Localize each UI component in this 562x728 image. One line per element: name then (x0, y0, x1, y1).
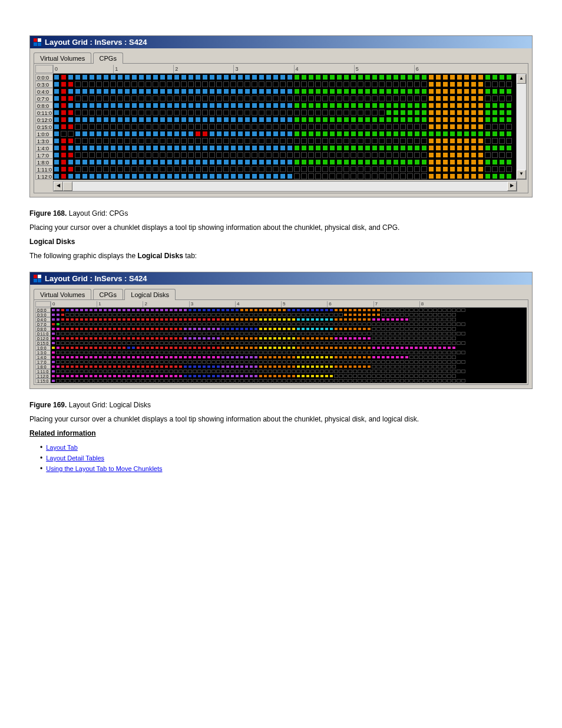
chunklet-cell[interactable] (209, 173, 215, 179)
chunklet-cell[interactable] (308, 152, 314, 158)
chunklet-cell[interactable] (438, 351, 442, 354)
horizontal-scrollbar[interactable]: ◀ ▶ (53, 181, 517, 192)
chunklet-cell[interactable] (485, 103, 491, 108)
chunklet-cell[interactable] (103, 322, 107, 326)
chunklet-cell[interactable] (244, 332, 249, 335)
chunklet-cell[interactable] (428, 103, 434, 108)
chunklet-cell[interactable] (230, 103, 236, 108)
chunklet-cell[interactable] (400, 351, 404, 354)
chunklet-cell[interactable] (113, 318, 117, 321)
chunklet-cell[interactable] (348, 327, 352, 331)
chunklet-cell[interactable] (351, 95, 356, 101)
chunklet-cell[interactable] (343, 110, 349, 116)
chunklet-cell[interactable] (197, 370, 201, 373)
chunklet-cell[interactable] (178, 355, 183, 359)
chunklet-cell[interactable] (334, 360, 338, 364)
chunklet-cell[interactable] (89, 166, 95, 172)
chunklet-cell[interactable] (438, 332, 442, 335)
chunklet-cell[interactable] (167, 131, 173, 137)
chunklet-cell[interactable] (358, 360, 362, 364)
chunklet-cell[interactable] (84, 365, 88, 368)
chunklet-cell[interactable] (259, 131, 265, 137)
chunklet-cell[interactable] (75, 110, 81, 116)
chunklet-cell[interactable] (287, 152, 293, 158)
chunklet-cell[interactable] (339, 355, 343, 359)
chunklet-cell[interactable] (226, 337, 230, 340)
chunklet-cell[interactable] (61, 327, 65, 331)
chunklet-cell[interactable] (320, 337, 324, 340)
chunklet-cell[interactable] (273, 166, 279, 172)
chunklet-cell[interactable] (372, 322, 376, 326)
chunklet-cell[interactable] (263, 360, 267, 364)
chunklet-cell[interactable] (442, 88, 448, 94)
chunklet-cell[interactable] (329, 74, 335, 80)
chunklet-cell[interactable] (449, 74, 455, 80)
chunklet-cell[interactable] (110, 152, 116, 158)
chunklet-cell[interactable] (464, 103, 470, 108)
chunklet-cell[interactable] (391, 318, 395, 321)
chunklet-cell[interactable] (108, 379, 112, 383)
chunklet-cell[interactable] (195, 159, 201, 165)
chunklet-cell[interactable] (94, 327, 98, 331)
chunklet-cell[interactable] (54, 95, 59, 101)
chunklet-cell[interactable] (266, 88, 272, 94)
chunklet-cell[interactable] (365, 138, 371, 144)
chunklet-cell[interactable] (447, 365, 451, 368)
chunklet-cell[interactable] (167, 173, 173, 179)
tab-logical-disks[interactable]: Logical Disks (124, 289, 176, 300)
chunklet-cell[interactable] (188, 152, 194, 158)
chunklet-cell[interactable] (65, 318, 70, 321)
chunklet-cell[interactable] (160, 337, 164, 340)
chunklet-cell[interactable] (464, 152, 470, 158)
chunklet-cell[interactable] (334, 346, 338, 350)
chunklet-cell[interactable] (259, 370, 263, 373)
chunklet-cell[interactable] (254, 327, 258, 331)
chunklet-cell[interactable] (315, 322, 319, 326)
chunklet-cell[interactable] (407, 124, 413, 130)
chunklet-cell[interactable] (56, 318, 60, 321)
chunklet-cell[interactable] (70, 337, 74, 340)
chunklet-cell[interactable] (414, 327, 418, 331)
chunklet-cell[interactable] (393, 95, 399, 101)
chunklet-cell[interactable] (195, 166, 201, 172)
chunklet-cell[interactable] (202, 152, 208, 158)
chunklet-cell[interactable] (343, 374, 348, 378)
chunklet-cell[interactable] (273, 74, 279, 80)
chunklet-cell[interactable] (235, 379, 239, 383)
chunklet-cell[interactable] (68, 88, 74, 94)
chunklet-cell[interactable] (325, 313, 329, 317)
chunklet-cell[interactable] (113, 308, 117, 312)
chunklet-cell[interactable] (56, 313, 60, 317)
chunklet-cell[interactable] (211, 346, 216, 350)
chunklet-cell[interactable] (160, 117, 166, 123)
chunklet-cell[interactable] (127, 346, 131, 350)
chunklet-cell[interactable] (287, 313, 291, 317)
chunklet-cell[interactable] (334, 370, 338, 373)
chunklet-cell[interactable] (310, 379, 315, 383)
chunklet-cell[interactable] (287, 173, 293, 179)
chunklet-cell[interactable] (336, 117, 342, 123)
chunklet-cell[interactable] (70, 355, 74, 359)
chunklet-cell[interactable] (282, 346, 286, 350)
chunklet-cell[interactable] (362, 351, 366, 354)
chunklet-cell[interactable] (98, 370, 103, 373)
chunklet-cell[interactable] (131, 103, 137, 108)
chunklet-cell[interactable] (325, 337, 329, 340)
chunklet-cell[interactable] (207, 360, 211, 364)
chunklet-cell[interactable] (61, 103, 67, 108)
chunklet-cell[interactable] (447, 322, 451, 326)
chunklet-cell[interactable] (127, 355, 131, 359)
chunklet-cell[interactable] (395, 313, 399, 317)
chunklet-cell[interactable] (306, 322, 310, 326)
chunklet-cell[interactable] (178, 332, 183, 335)
chunklet-cell[interactable] (174, 341, 178, 345)
chunklet-cell[interactable] (98, 351, 103, 354)
chunklet-cell[interactable] (146, 88, 151, 94)
chunklet-cell[interactable] (138, 145, 144, 151)
chunklet-cell[interactable] (499, 103, 505, 108)
chunklet-cell[interactable] (433, 318, 437, 321)
chunklet-cell[interactable] (301, 152, 307, 158)
chunklet-cell[interactable] (61, 110, 67, 116)
chunklet-cell[interactable] (211, 341, 216, 345)
chunklet-cell[interactable] (405, 370, 409, 373)
